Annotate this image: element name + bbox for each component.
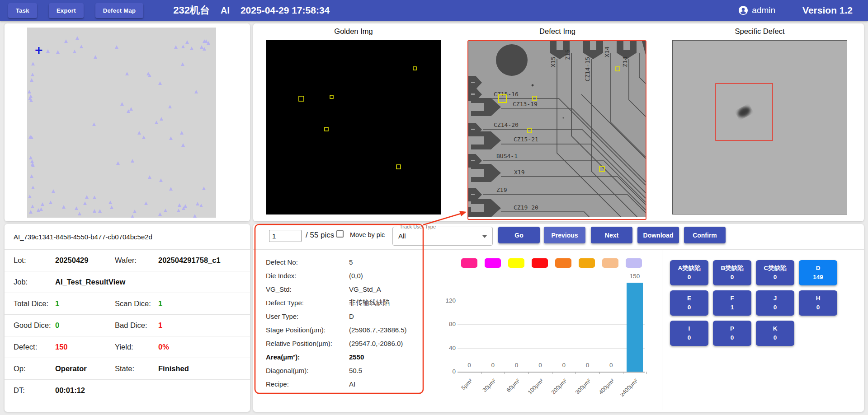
job-info-panel: AI_739c1341-8458-4550-b477-cb0704bc5e2d … [5, 224, 250, 412]
class-button-j[interactable]: J0 [756, 290, 794, 316]
info-value: 1 [158, 321, 250, 330]
chevron-down-icon [482, 235, 487, 238]
detail-value: (25906.7,-23686.5) [349, 326, 407, 334]
user-menu[interactable]: admin [738, 5, 775, 15]
detail-value: 非传输线缺陷 [349, 298, 390, 307]
wafer-map[interactable]: + [27, 28, 216, 218]
user-icon [738, 5, 748, 15]
defect-img: CZ15-16 CZ13-19 CZ14-20 CZ15-21 BUS4-1 X… [467, 40, 646, 220]
trace-label: X15 [550, 56, 557, 67]
detail-row: Relative Position(µm):(29547.0,-2086.0) [266, 336, 436, 350]
info-row-dice: Total Dice: 1 Scan Dice: 1 [5, 293, 250, 314]
legend-swatch [485, 258, 501, 268]
info-value: 20250429 [55, 256, 115, 265]
info-value: Finished [158, 364, 250, 373]
detail-value: AI [349, 380, 355, 388]
move-by-pic-label: Move by pic [350, 231, 385, 238]
task-button[interactable]: Task [8, 3, 37, 18]
trace-label: X19 [514, 169, 524, 176]
detail-label: Recipe: [266, 380, 349, 388]
track-user-type-select[interactable]: Track User Type All [392, 227, 493, 246]
select-label: Track User Type [397, 224, 438, 229]
mode-label: AI [221, 5, 230, 16]
info-row-lot: Lot: 20250429 Wafer: 202504291758_c1 [5, 249, 250, 271]
detail-row: User Type:D [266, 309, 436, 323]
trace-label: Z14 [622, 56, 628, 67]
version-label: Version 1.2 [802, 5, 853, 16]
go-button[interactable]: Go [498, 227, 540, 243]
info-label: Op: [14, 364, 55, 373]
detail-row: Defect Type:非传输线缺陷 [266, 296, 436, 309]
info-label: Scan Dice: [115, 299, 158, 308]
info-value: 0% [158, 343, 250, 351]
class-button-h[interactable]: H0 [799, 290, 837, 316]
username: admin [752, 5, 775, 15]
detail-label: Diagonal(µm): [266, 367, 349, 374]
info-label: State: [115, 364, 158, 373]
info-label: Job: [14, 278, 55, 286]
defect-details: Defect No:5 Die Index:(0,0) VG_Std:VG_St… [253, 249, 436, 391]
detail-value: VG_Std_A [349, 285, 381, 293]
class-button-p[interactable]: P0 [713, 321, 751, 346]
defect-class-buttons: A类缺陷0 B类缺陷0 C类缺陷0 D149 E0 F1 J0 H0 I0 P0… [670, 260, 837, 346]
move-by-pic-checkbox[interactable] [336, 230, 344, 238]
info-row-job: Job: AI_Test_ResultView [5, 271, 250, 293]
info-value: 1 [55, 299, 115, 308]
detail-row: Defect No:5 [266, 255, 436, 269]
defect-map-button[interactable]: Defect Map [95, 3, 143, 18]
detail-label: Die Index: [266, 272, 349, 280]
page-title: 232机台 AI 2025-04-29 17:58:34 [173, 4, 330, 17]
detail-label: Defect Type: [266, 299, 349, 307]
specific-defect-title: Specific Defect [672, 27, 847, 36]
class-button-d[interactable]: D149 [799, 260, 837, 285]
trace-label: CZ14-20 [494, 121, 519, 128]
class-button-e[interactable]: E0 [670, 290, 708, 316]
trace-label: CZ19-20 [514, 204, 538, 211]
detail-value: 2550 [349, 353, 364, 361]
crosshair-icon: + [35, 42, 43, 58]
legend-swatch [461, 258, 477, 268]
previous-button[interactable]: Previous [544, 227, 585, 243]
class-button-c[interactable]: C类缺陷0 [756, 260, 794, 285]
info-label: Total Dice: [14, 299, 55, 308]
golden-img [266, 40, 441, 216]
info-row-goodbad: Good Dice: 0 Bad Dice: 1 [5, 314, 250, 336]
download-button[interactable]: Download [637, 227, 679, 243]
trace-label: CZ13-19 [513, 101, 538, 107]
confirm-button[interactable]: Confirm [684, 227, 726, 243]
detail-value: (29547.0,-2086.0) [349, 340, 403, 347]
detail-label: Defect No: [266, 258, 349, 266]
class-button-i[interactable]: I0 [670, 321, 708, 346]
page-number-input[interactable] [269, 230, 302, 242]
defect-size-chart: 0408012005µm²030µm²060µm²0100µm²0200µm²0… [436, 249, 662, 411]
legend-swatch [579, 258, 595, 268]
golden-img-title: Golden Img [266, 27, 441, 36]
detail-value: 50.5 [349, 367, 362, 374]
detail-label: User Type: [266, 312, 349, 320]
class-button-f[interactable]: F1 [713, 290, 751, 316]
select-value: All [398, 232, 406, 240]
info-label: Yield: [115, 343, 158, 351]
trace-label: BUS4-1 [496, 153, 518, 159]
defect-review-panel: / 55 pics Move by pic Track User Type Al… [253, 224, 864, 412]
detail-row-area: Area(µm²):2550 [266, 350, 436, 364]
info-value: 150 [55, 343, 115, 351]
legend-swatch [626, 258, 642, 268]
detail-value: D [349, 312, 354, 320]
detail-label: VG_Std: [266, 285, 349, 293]
detail-row: Recipe:AI [266, 377, 436, 391]
pics-total-label: / 55 pics [306, 231, 334, 240]
defect-img-title: Defect Img [467, 27, 647, 36]
info-value: 0 [55, 321, 115, 330]
trace-label: CZ15-21 [514, 136, 538, 143]
legend-swatch [532, 258, 548, 268]
class-button-a[interactable]: A类缺陷0 [670, 260, 708, 285]
trace-label: X14 [604, 47, 610, 57]
class-button-b[interactable]: B类缺陷0 [713, 260, 751, 285]
next-button[interactable]: Next [591, 227, 632, 243]
class-button-k[interactable]: K0 [756, 321, 794, 346]
detail-label: Relative Position(µm): [266, 340, 349, 347]
info-value: 202504291758_c1 [158, 256, 250, 265]
top-bar: Task Export Defect Map 232机台 AI 2025-04-… [0, 0, 868, 21]
export-button[interactable]: Export [49, 3, 84, 18]
